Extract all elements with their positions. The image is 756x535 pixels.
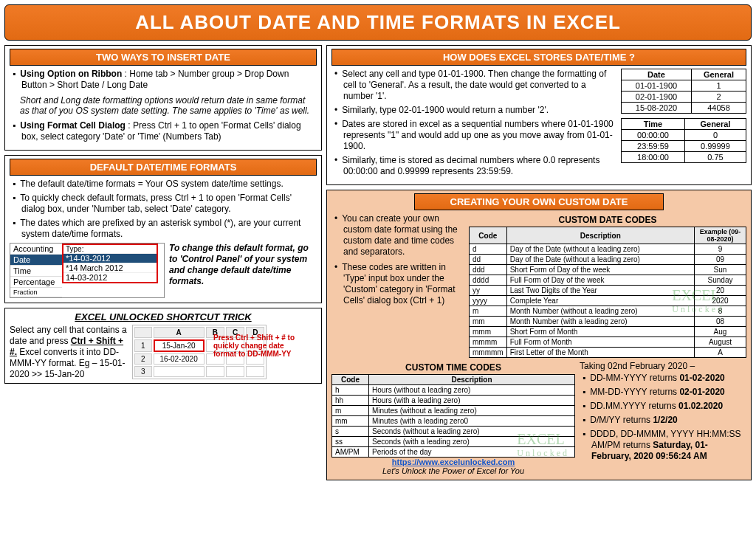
list-item: The dates which are prefixed by an aster… xyxy=(11,218,317,240)
examples-heading: Taking 02nd February 2020 – xyxy=(580,361,746,371)
cell: Hours (without a leading zero) xyxy=(369,385,575,396)
list-item: DD-MM-YYYY returns 01-02-2020 xyxy=(581,373,746,384)
cell: 1 xyxy=(134,339,152,352)
cell: mmmmm xyxy=(470,348,507,358)
list-item: Using Format Cell Dialog : Press Ctrl + … xyxy=(11,120,317,142)
cell: Minutes (without a leading zero) xyxy=(369,406,575,416)
cell: A xyxy=(154,327,205,338)
tip-text: To change this default format, go to 'Co… xyxy=(169,243,317,298)
cell: Day of the Date (without a leading zero) xyxy=(506,244,694,255)
date-codes-table: CodeDescriptionExample (09-08-2020) dDay… xyxy=(469,227,746,358)
cell: 09 xyxy=(695,255,746,265)
cell: mmmm xyxy=(470,337,507,348)
cell: First Letter of the Month xyxy=(506,348,694,358)
type-item: *14 March 2012 xyxy=(63,263,157,272)
cell: Last Two Digits of the Year xyxy=(506,286,694,296)
cell: Short Form of Day of the week xyxy=(506,265,694,275)
text: D/M/YY returns xyxy=(590,415,653,425)
label: Using Format Cell Dialog xyxy=(20,120,126,131)
cell: ddd xyxy=(470,265,507,275)
cell: yy xyxy=(470,286,507,296)
cell: Full Form of Day of the week xyxy=(506,275,694,286)
panel-shortcut-trick: EXCEL UNLOCKED SHORTCUT TRICK Select any… xyxy=(4,308,322,384)
col-header: Date xyxy=(622,69,692,80)
cell: August xyxy=(695,337,746,348)
cell: Month Number (without a leading zero) xyxy=(506,306,694,317)
tagline: Let's Unlock the Power of Excel for You xyxy=(331,466,575,475)
cell: mm xyxy=(470,317,507,327)
list-item: Select any cell and type 01-01-1900. The… xyxy=(333,69,616,102)
cell: A xyxy=(695,348,746,358)
col-header: General xyxy=(684,119,746,130)
value: 1/2/20 xyxy=(653,415,677,425)
page-title: ALL ABOUT DATE AND TIME FORMATS IN EXCEL xyxy=(4,4,752,41)
list-item: MM-DD-YYYY returns 02-01-2020 xyxy=(581,387,746,398)
category-item: Fraction xyxy=(10,288,62,297)
cell: 1 xyxy=(691,80,746,92)
link-text[interactable]: https://www.excelunlocked.com xyxy=(392,458,515,466)
text: DD.MM.YYYY returns xyxy=(590,401,678,411)
col-header: Code xyxy=(332,375,369,385)
list-item: You can create your own custom date form… xyxy=(333,213,464,258)
cell: Complete Year xyxy=(506,296,694,306)
list-item: Similarly, type 02-01-1900 would return … xyxy=(333,105,616,116)
panel-custom-date: CREATING YOUR OWN CUSTOM DATE You can cr… xyxy=(326,190,752,480)
cell: 44058 xyxy=(691,103,746,114)
cell: 23:59:59 xyxy=(622,141,685,152)
type-label: Type: xyxy=(63,245,157,253)
cell: h xyxy=(332,385,369,396)
cell: Short Form of Month xyxy=(506,327,694,337)
type-item: 14-03-2012 xyxy=(63,272,157,282)
value: 02-01-2020 xyxy=(679,387,724,397)
panel-store-datetime: HOW DOES EXCEL STORES DATE/TIME ? Select… xyxy=(326,45,752,185)
heading-shortcut-trick: EXCEL UNLOCKED SHORTCUT TRICK xyxy=(10,311,317,322)
cell: mm xyxy=(332,416,369,427)
heading-default-formats: DEFAULT DATE/TIME FORMATS xyxy=(10,159,317,176)
cell: Minutes (with a leading zero0 xyxy=(369,416,575,427)
cell: 18:00:00 xyxy=(622,152,685,163)
site-link[interactable]: https://www.excelunlocked.com xyxy=(331,458,575,466)
cell: m xyxy=(332,406,369,416)
list-item: Similarly, time is stored as decimal num… xyxy=(333,155,616,177)
cell: ss xyxy=(332,437,369,447)
note-text: Short and Long date formatting options w… xyxy=(10,94,317,120)
cell: dd xyxy=(470,255,507,265)
category-item: Percentage xyxy=(10,277,62,288)
trick-text: Select any cell that contains a date and… xyxy=(10,325,128,380)
cell: 16-02-2020 xyxy=(154,353,205,365)
cell: 2020 xyxy=(695,296,746,306)
cell: Periods of the day xyxy=(369,447,575,458)
cell xyxy=(134,327,152,338)
text: MM-DD-YYYY returns xyxy=(590,387,679,397)
cell: d xyxy=(470,244,507,255)
cell-highlighted: 15-Jan-20 xyxy=(154,339,205,352)
list-item: To quickly check default formats, press … xyxy=(11,193,317,215)
value: 01-02-2020 xyxy=(679,373,724,383)
time-codes-table: CodeDescription hHours (without a leadin… xyxy=(331,374,575,458)
col-header: Description xyxy=(506,227,694,244)
cell: dddd xyxy=(470,275,507,286)
cell: Hours (with a leading zero) xyxy=(369,396,575,406)
cell: Month Number (with a leading zero) xyxy=(506,317,694,327)
cell: 08 xyxy=(695,317,746,327)
cell: yyyy xyxy=(470,296,507,306)
cell: mmm xyxy=(470,327,507,337)
label: Using Option on Ribbon xyxy=(20,69,122,79)
cell: 0.99999 xyxy=(684,141,746,152)
list-item: D/M/YY returns 1/2/20 xyxy=(581,415,746,426)
panel-default-formats: DEFAULT DATE/TIME FORMATS The default da… xyxy=(4,155,322,303)
cell: 2 xyxy=(691,92,746,103)
heading-store-datetime: HOW DOES EXCEL STORES DATE/TIME ? xyxy=(331,49,746,66)
list-item: DDDD, DD-MMMM, YYYY HH:MM:SS AM/PM retur… xyxy=(581,429,746,462)
cell: 20 xyxy=(695,286,746,296)
cell: Sunday xyxy=(695,275,746,286)
cell: Sun xyxy=(695,265,746,275)
format-cells-screenshot: Accounting Date Time Percentage Fraction… xyxy=(10,243,165,298)
cell: Day of the Date (without a leading zero) xyxy=(506,255,694,265)
cell: hh xyxy=(332,396,369,406)
cell: 3 xyxy=(134,366,152,377)
text: DD-MM-YYYY returns xyxy=(590,373,679,383)
cell: 2 xyxy=(134,353,152,365)
cell: 00:00:00 xyxy=(622,130,685,141)
panel-insert-date: TWO WAYS TO INSERT DATE Using Option on … xyxy=(4,45,322,151)
